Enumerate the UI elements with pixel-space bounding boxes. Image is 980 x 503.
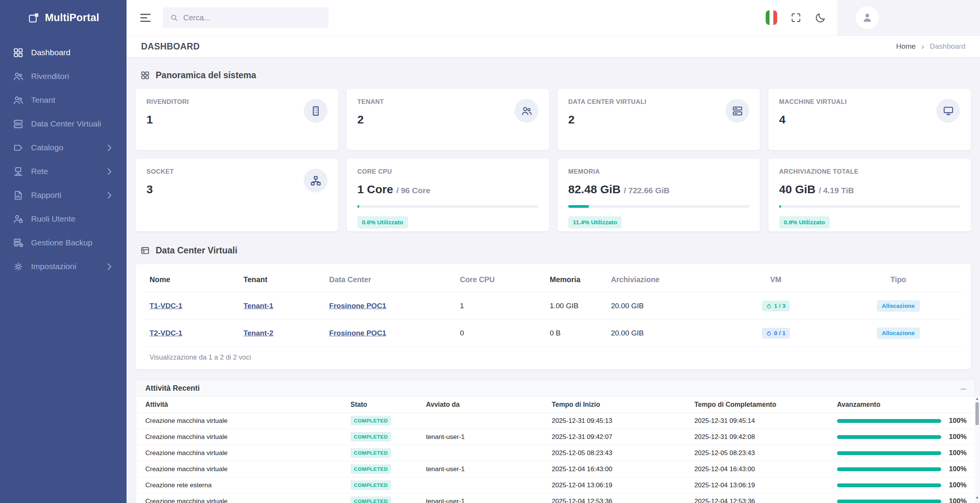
stat-card-core-cpu: CORE CPU 1 Core / 96 Core 0.6% Utilizzat… (347, 159, 549, 232)
datacenter-link[interactable]: Frosinone POC1 (329, 302, 386, 310)
datacenter-link[interactable]: Frosinone POC1 (329, 329, 386, 337)
people-icon (515, 99, 538, 123)
vdc-table: Nome Tenant Data Center Core CPU Memoria… (145, 267, 962, 347)
sidebar-item-rete[interactable]: Rete (0, 159, 127, 183)
activity-progress: 100% (837, 497, 970, 503)
memory-usage-badge: 11.4% Utilizzato (568, 216, 622, 228)
vdc-header-tipo: Tipo (835, 267, 962, 293)
cpu-progress-track (357, 205, 538, 208)
scrollbar-thumb[interactable] (975, 402, 979, 425)
activity-user: tenant-user-1 (421, 461, 547, 477)
user-icon (861, 11, 874, 24)
sidebar-item-label: Impostazioni (31, 262, 76, 271)
scrollbar-down-arrow[interactable]: ▼ (975, 495, 980, 501)
backup-icon (13, 237, 24, 248)
stat-label: SOCKET (146, 168, 327, 175)
language-flag-button[interactable] (759, 0, 784, 35)
flag-italy-icon (766, 10, 777, 25)
scrollbar-up-arrow[interactable]: ▲ (975, 396, 980, 401)
sidebar: MultiPortal Dashboard Rivenditori (0, 0, 127, 503)
sidebar-item-label: Dashboard (31, 48, 71, 57)
vdc-name-link[interactable]: T1-VDC-1 (150, 302, 183, 310)
collapse-button[interactable]: – (961, 384, 966, 393)
activity-name: Creazione macchina virtuale (136, 445, 346, 461)
sidebar-item-rapporti[interactable]: Rapporti (0, 183, 127, 207)
brand-logo-icon (27, 11, 40, 24)
sidebar-item-label: Rivenditori (31, 72, 69, 81)
vdc-name-link[interactable]: T2-VDC-1 (150, 329, 183, 337)
status-badge: COMPLETED (350, 448, 391, 458)
memory-progress-track (568, 205, 749, 208)
status-badge: COMPLETED (350, 464, 391, 474)
vdc-header-row: Nome Tenant Data Center Core CPU Memoria… (145, 267, 962, 293)
vdc-storage-value: 20.00 GIB (606, 293, 717, 320)
stat-used: 1 Core (357, 183, 393, 196)
cpu-usage-badge: 0.6% Utilizzato (357, 216, 408, 228)
activity-name: Creazione macchina virtuale (136, 493, 346, 503)
overview-section-title: Panoramica del sistema (156, 70, 256, 81)
sidebar-item-impostazioni[interactable]: Impostazioni (0, 255, 127, 278)
activity-header-row: Attività Stato Avviato da Tempo di Inizi… (136, 397, 975, 413)
vm-count-badge: 1 / 3 (762, 301, 790, 311)
user-menu[interactable] (837, 0, 980, 35)
sidebar-item-label: Gestione Backup (31, 238, 92, 247)
grid-icon (140, 71, 150, 80)
page-title: DASHBOARD (141, 41, 200, 52)
stat-card-rivenditori: RIVENDITORI 1 (136, 89, 338, 150)
breadcrumb: Home › Dashboard (896, 42, 965, 51)
activity-header-attivita: Attività (136, 397, 346, 413)
stat-label: ARCHIVIAZIONE TOTALE (779, 168, 960, 175)
power-icon (766, 303, 772, 309)
progress-percent: 100% (949, 433, 967, 441)
moon-icon (815, 12, 826, 23)
tipo-badge: Allocazione (877, 327, 920, 339)
monitor-icon (936, 99, 960, 123)
chevron-right-icon (104, 261, 115, 272)
sidebar-item-ruoli-utente[interactable]: Ruoli Utente (0, 207, 127, 231)
status-badge: COMPLETED (350, 480, 391, 490)
activity-header-avviato: Avviato da (421, 397, 547, 413)
brand-logo[interactable]: MultiPortal (0, 0, 127, 35)
search-input[interactable] (183, 13, 322, 22)
tag-icon (13, 142, 24, 153)
activity-user (421, 477, 547, 493)
stat-value: 2 (568, 113, 749, 126)
stat-label: RIVENDITORI (146, 98, 327, 105)
stat-total: / 722.66 GiB (624, 186, 669, 195)
breadcrumb-home-link[interactable]: Home (896, 42, 916, 51)
sidebar-item-rivenditori[interactable]: Rivenditori (0, 64, 127, 88)
sidebar-item-tenant[interactable]: Tenant (0, 88, 127, 112)
activity-user: tenant-user-1 (421, 493, 547, 503)
activity-name: Creazione rete esterna (136, 477, 346, 493)
vdc-memory-value: 0 B (545, 320, 607, 347)
vdc-section-title: Data Center Virtuali (156, 245, 237, 256)
tenant-link[interactable]: Tenant-1 (243, 302, 273, 310)
scrollbar[interactable]: ▲ ▼ (975, 396, 980, 501)
chevron-right-icon (104, 166, 115, 177)
activity-progress: 100% (837, 449, 970, 457)
sidebar-item-catalogo[interactable]: Catalogo (0, 136, 127, 159)
activity-table: Attività Stato Avviato da Tempo di Inizi… (136, 397, 975, 503)
chevron-right-icon (104, 142, 115, 153)
progress-percent: 100% (949, 417, 967, 425)
hamburger-menu-button[interactable] (140, 12, 151, 24)
main-area: DASHBOARD Home › Dashboard Panoramica de… (127, 0, 980, 503)
dark-mode-button[interactable] (808, 0, 833, 35)
sidebar-item-gestione-backup[interactable]: Gestione Backup (0, 231, 127, 255)
tenant-link[interactable]: Tenant-2 (243, 329, 273, 337)
table-row: Creazione macchina virtuale COMPLETED te… (136, 493, 975, 503)
activity-panel-header: Attività Recenti – (136, 380, 975, 397)
sidebar-item-dashboard[interactable]: Dashboard (0, 41, 127, 64)
activity-start-time: 2025-12-31 09:42:07 (547, 429, 690, 445)
sidebar-item-data-center-virtuali[interactable]: Data Center Virtuali (0, 112, 127, 136)
search-icon (170, 13, 178, 22)
stat-label: DATA CENTER VIRTUALI (568, 98, 749, 105)
activity-start-time: 2025-12-04 12:53:36 (547, 493, 690, 503)
stat-value: 1 (146, 113, 327, 126)
fullscreen-button[interactable] (784, 0, 808, 35)
cpu-progress-fill (357, 205, 359, 208)
sidebar-item-label: Catalogo (31, 143, 63, 152)
table-row: Creazione macchina virtuale COMPLETED te… (136, 429, 975, 445)
server-stack-icon (725, 99, 749, 123)
progress-percent: 100% (949, 497, 967, 503)
